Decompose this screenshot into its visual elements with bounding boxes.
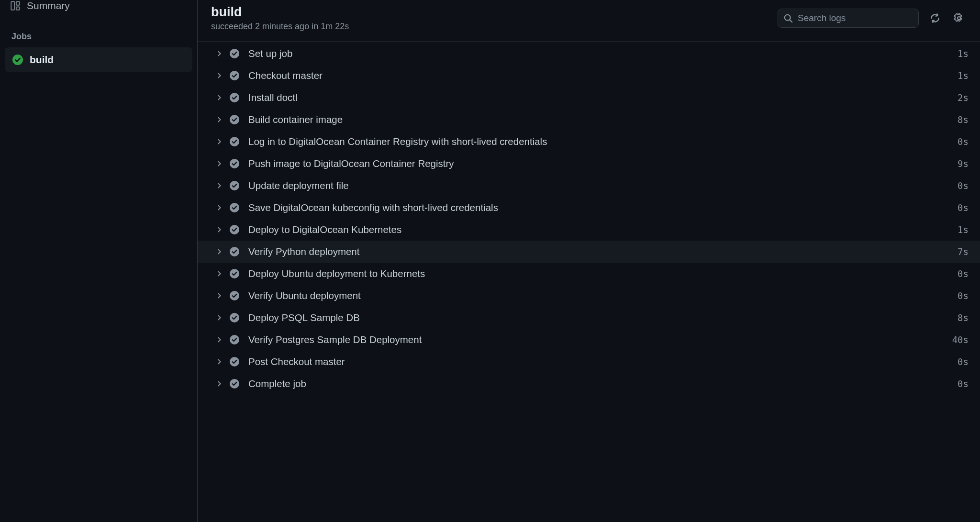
check-circle-icon	[229, 92, 240, 103]
step-name: Build container image	[248, 114, 958, 125]
chevron-right-icon	[214, 224, 224, 235]
sidebar-summary[interactable]: Summary	[5, 0, 192, 14]
step-row[interactable]: Set up job1s	[198, 43, 980, 65]
chevron-right-icon	[214, 334, 224, 345]
refresh-icon	[930, 13, 940, 23]
step-row[interactable]: Post Checkout master0s	[198, 351, 980, 373]
step-name: Complete job	[248, 378, 958, 389]
step-name: Push image to DigitalOcean Container Reg…	[248, 158, 958, 169]
job-status-line: succeeded 2 minutes ago in 1m 22s	[211, 22, 778, 32]
main-header-left: build succeeded 2 minutes ago in 1m 22s	[211, 5, 778, 32]
main-panel: build succeeded 2 minutes ago in 1m 22s	[198, 0, 980, 522]
step-name: Verify Postgres Sample DB Deployment	[248, 334, 952, 345]
step-name: Checkout master	[248, 70, 958, 81]
check-circle-icon	[229, 268, 240, 279]
check-circle-icon	[229, 114, 240, 125]
chevron-right-icon	[214, 48, 224, 59]
step-name: Log in to DigitalOcean Container Registr…	[248, 136, 958, 147]
step-row[interactable]: Save DigitalOcean kubeconfig with short-…	[198, 197, 980, 219]
step-row[interactable]: Build container image8s	[198, 109, 980, 131]
sidebar: Summary Jobs build	[0, 0, 198, 522]
check-circle-icon	[229, 180, 240, 191]
step-name: Install doctl	[248, 92, 958, 103]
step-name: Set up job	[248, 48, 958, 59]
step-name: Deploy Ubuntu deployment to Kubernets	[248, 268, 958, 279]
jobs-section-label: Jobs	[5, 14, 192, 47]
chevron-right-icon	[214, 180, 224, 191]
sidebar-job-build[interactable]: build	[5, 47, 192, 72]
step-name: Save DigitalOcean kubeconfig with short-…	[248, 202, 958, 213]
check-circle-icon	[229, 378, 240, 389]
check-circle-icon	[229, 246, 240, 257]
svg-point-6	[958, 17, 960, 20]
step-duration: 0s	[958, 378, 969, 389]
chevron-right-icon	[214, 70, 224, 81]
step-row[interactable]: Deploy Ubuntu deployment to Kubernets0s	[198, 263, 980, 285]
chevron-right-icon	[214, 290, 224, 301]
check-circle-icon	[229, 158, 240, 169]
step-duration: 2s	[958, 92, 969, 103]
chevron-right-icon	[214, 378, 224, 389]
search-icon	[784, 14, 793, 23]
chevron-right-icon	[214, 158, 224, 169]
step-row[interactable]: Checkout master1s	[198, 65, 980, 87]
settings-button[interactable]	[951, 11, 967, 26]
svg-rect-0	[11, 1, 14, 10]
steps-list: Set up job1sCheckout master1sInstall doc…	[198, 42, 980, 522]
svg-rect-1	[16, 1, 20, 5]
step-name: Update deployment file	[248, 180, 958, 191]
step-row[interactable]: Verify Postgres Sample DB Deployment40s	[198, 329, 980, 351]
step-name: Deploy to DigitalOcean Kubernetes	[248, 224, 958, 235]
sidebar-job-label: build	[30, 54, 54, 66]
step-duration: 0s	[958, 356, 969, 367]
step-row[interactable]: Log in to DigitalOcean Container Registr…	[198, 131, 980, 153]
step-row[interactable]: Complete job0s	[198, 373, 980, 395]
step-duration: 8s	[958, 114, 969, 125]
app-root: Summary Jobs build build succeeded 2 min…	[0, 0, 980, 522]
check-circle-icon	[229, 136, 240, 147]
step-name: Verify Python deployment	[248, 246, 958, 257]
search-logs-input[interactable]	[798, 13, 913, 23]
step-name: Deploy PSQL Sample DB	[248, 312, 958, 323]
check-circle-icon	[229, 48, 240, 59]
refresh-button[interactable]	[927, 11, 943, 26]
step-name: Verify Ubuntu deployment	[248, 290, 958, 301]
step-duration: 8s	[958, 312, 969, 323]
chevron-right-icon	[214, 202, 224, 213]
gear-icon	[954, 13, 964, 23]
main-header-right	[778, 9, 967, 28]
step-row[interactable]: Verify Ubuntu deployment0s	[198, 285, 980, 307]
step-duration: 1s	[958, 70, 969, 81]
step-row[interactable]: Deploy PSQL Sample DB8s	[198, 307, 980, 329]
check-circle-icon	[229, 290, 240, 301]
step-duration: 1s	[958, 48, 969, 59]
check-circle-icon	[229, 356, 240, 367]
check-circle-icon	[229, 202, 240, 213]
svg-line-5	[790, 20, 792, 22]
step-duration: 0s	[958, 136, 969, 147]
graph-icon	[11, 1, 20, 11]
step-row[interactable]: Deploy to DigitalOcean Kubernetes1s	[198, 219, 980, 241]
check-circle-icon	[229, 224, 240, 235]
step-duration: 9s	[958, 158, 969, 169]
sidebar-summary-label: Summary	[27, 0, 70, 11]
chevron-right-icon	[214, 136, 224, 147]
chevron-right-icon	[214, 356, 224, 367]
chevron-right-icon	[214, 114, 224, 125]
step-row[interactable]: Install doctl2s	[198, 87, 980, 109]
step-duration: 0s	[958, 290, 969, 301]
check-circle-icon	[229, 70, 240, 81]
main-header: build succeeded 2 minutes ago in 1m 22s	[198, 0, 980, 42]
step-row[interactable]: Verify Python deployment7s	[198, 241, 980, 263]
step-row[interactable]: Push image to DigitalOcean Container Reg…	[198, 153, 980, 175]
job-title: build	[211, 5, 778, 20]
chevron-right-icon	[214, 92, 224, 103]
search-logs[interactable]	[778, 9, 919, 28]
step-duration: 0s	[958, 180, 969, 191]
step-duration: 40s	[952, 334, 969, 345]
chevron-right-icon	[214, 312, 224, 323]
check-circle-icon	[12, 55, 23, 65]
check-circle-icon	[229, 334, 240, 345]
chevron-right-icon	[214, 268, 224, 279]
step-row[interactable]: Update deployment file0s	[198, 175, 980, 197]
